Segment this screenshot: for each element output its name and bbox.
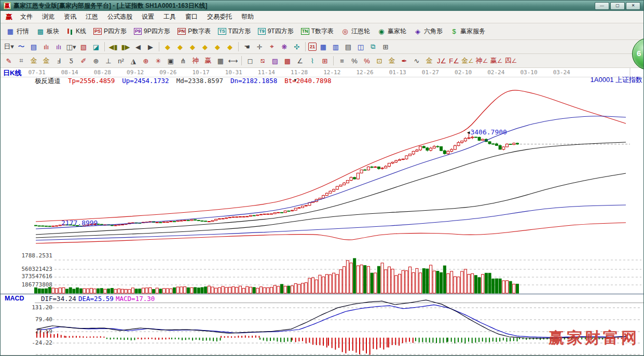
ying-tool[interactable]: 赢 <box>202 55 214 66</box>
f-angle-tool[interactable]: F∠ <box>448 55 460 66</box>
star-tool[interactable]: ✳ <box>153 55 164 66</box>
menu-item-窗口[interactable]: 窗口 <box>181 11 202 22</box>
crosshair-button[interactable]: ✛ <box>254 41 265 52</box>
percent-tool[interactable]: % <box>349 55 360 66</box>
diamond-full-button[interactable]: ◆ <box>224 41 236 52</box>
winner-wheel-button[interactable]: ◉赢家轮 <box>374 25 410 38</box>
print-button[interactable]: ⊞ <box>380 41 391 52</box>
menu-item-江恩[interactable]: 江恩 <box>81 11 103 22</box>
target-tool[interactable]: ⊕ <box>140 55 152 66</box>
measure-tool[interactable]: ⟷ <box>227 55 239 66</box>
j-angle-tool[interactable]: J∠ <box>436 55 447 66</box>
quote-button[interactable]: ▦行情 <box>3 25 33 38</box>
t-table-button[interactable]: TNT数字表 <box>297 25 337 38</box>
chart-type-button[interactable]: 日▾ <box>3 41 15 52</box>
quote-button-icon: ▦ <box>6 28 15 36</box>
diamond-left-button[interactable]: ◆ <box>162 41 173 52</box>
analyze-button[interactable]: ✣ <box>291 41 303 52</box>
shade-tool[interactable]: ▨ <box>269 55 281 66</box>
gann-wheel-button[interactable]: ◎江恩轮 <box>337 25 374 38</box>
brush-tool[interactable]: ✐ <box>78 55 89 66</box>
p9-square-button[interactable]: P99P四方形 <box>130 25 174 38</box>
square-n2-tool[interactable]: n² <box>115 55 127 66</box>
goto-first-button[interactable]: ◀▮ <box>107 41 119 52</box>
p-table-button[interactable]: PNP数字表 <box>174 25 215 38</box>
gold-grid-tool[interactable]: 金 <box>28 55 39 66</box>
grid-tool[interactable]: ⌗ <box>16 55 27 66</box>
pencil-tool[interactable]: ✎ <box>3 55 15 66</box>
service-button[interactable]: $赢家服务 <box>446 25 489 38</box>
shen-tool[interactable]: 神 <box>190 55 201 66</box>
gann-tools-button[interactable]: ❋ <box>279 41 290 52</box>
minimize-button[interactable]: — <box>595 2 609 10</box>
hexagon-button[interactable]: ◈六角形 <box>410 25 446 38</box>
volume-bars9-button[interactable]: ılı <box>53 41 64 52</box>
gold-line-tool[interactable]: 金 <box>423 55 435 66</box>
pen2-tool[interactable]: ✒ <box>399 55 410 66</box>
menu-item-资讯[interactable]: 资讯 <box>59 11 81 22</box>
drag-hand-button[interactable]: ☚ <box>241 41 253 52</box>
t-square-button[interactable]: TST四方形 <box>214 25 254 38</box>
candle-style-button[interactable]: ◫▾ <box>65 41 77 52</box>
shade2-tool[interactable]: ▩ <box>282 55 293 66</box>
gold-grid2-tool[interactable]: 金 <box>40 55 52 66</box>
percent2-tool[interactable]: % <box>361 55 373 66</box>
menu-item-帮助[interactable]: 帮助 <box>237 11 258 22</box>
diamond-right-button[interactable]: ◆ <box>174 41 186 52</box>
candlestick-layer <box>35 132 631 227</box>
menu-item-浏览[interactable]: 浏览 <box>37 11 59 22</box>
grid2-tool[interactable]: ▦ <box>215 55 226 66</box>
f-grid-tool[interactable]: Ⅎ <box>53 55 64 66</box>
calculator-button[interactable]: ▦ <box>318 41 329 52</box>
gold-circle-tool[interactable]: 金 <box>386 55 398 66</box>
chart-area[interactable]: 日K线 07-3108-1408-2809-1209-2610-1710-311… <box>1 68 644 356</box>
frame-tool[interactable]: ◻ <box>244 55 256 66</box>
ying-angle-tool[interactable]: 赢∠ <box>490 55 503 66</box>
note-button[interactable]: ▤ <box>342 41 354 52</box>
f10-report-button[interactable]: ▤ <box>28 41 39 52</box>
five-grid-tool[interactable]: Ƽ <box>65 55 77 66</box>
p-square-button[interactable]: PSP四方形 <box>90 25 130 38</box>
sector-button[interactable]: ▩板块 <box>33 25 63 38</box>
mark-button[interactable]: ⌖ <box>266 41 278 52</box>
save-button[interactable]: ◫ <box>355 41 366 52</box>
calendar-button[interactable]: 21 <box>308 43 317 51</box>
diamond-compress-button[interactable]: ◆ <box>199 41 211 52</box>
menu-item-工具[interactable]: 工具 <box>159 11 181 22</box>
box-tool[interactable]: ▣ <box>165 55 176 66</box>
step-back-button[interactable]: ◀ <box>132 41 144 52</box>
step-forward-button[interactable]: ▶ <box>145 41 156 52</box>
goto-last-button[interactable]: ▮▶ <box>120 41 131 52</box>
menu-item-公式选股[interactable]: 公式选股 <box>103 11 137 22</box>
kline-button[interactable]: K线 <box>63 25 90 38</box>
angle-tool[interactable]: ◮ <box>128 55 139 66</box>
menu-item-设置[interactable]: 设置 <box>137 11 159 22</box>
pattern-match-button[interactable]: ▧ <box>78 41 89 52</box>
data-table-button[interactable]: ▥ <box>330 41 341 52</box>
close-button[interactable]: ✕ <box>626 2 640 10</box>
diamond-expand-h-button[interactable]: ◆ <box>187 41 198 52</box>
diamond-expand-v-button[interactable]: ◆ <box>212 41 223 52</box>
wave-tool[interactable]: ⌇ <box>307 55 318 66</box>
menu-item-文件[interactable]: 文件 <box>16 11 37 22</box>
wave-chart-button[interactable]: 〜 <box>16 41 27 52</box>
ruler-tool[interactable]: ⊥ <box>103 55 114 66</box>
gold-section-tool[interactable]: ⊡ <box>374 55 385 66</box>
shen-angle-tool[interactable]: 神∠ <box>475 55 489 66</box>
menu-item-交易委托[interactable]: 交易委托 <box>202 11 237 22</box>
gold-angle-tool[interactable]: 金∠ <box>461 55 474 66</box>
angle2-tool[interactable]: ∠ <box>294 55 306 66</box>
export-button[interactable]: ⧉ <box>367 41 379 52</box>
circle-tool[interactable]: ⊕ <box>90 55 102 66</box>
percent-lines-tool[interactable]: ≡ <box>336 55 348 66</box>
macd-indicator-label[interactable]: MACD <box>5 295 24 302</box>
color-chart-button[interactable]: ◪ <box>90 41 102 52</box>
maximize-button[interactable]: ▢ <box>610 2 625 10</box>
curve2-tool[interactable]: ∿ <box>411 55 422 66</box>
volume-bars3-button[interactable]: ılı <box>40 41 52 52</box>
rays-tool[interactable]: ⧅ <box>257 55 268 66</box>
fork-tool[interactable]: ⋔ <box>177 55 189 66</box>
grid3-tool[interactable]: ⊞ <box>319 55 331 66</box>
t9-square-button[interactable]: T99T四方形 <box>254 25 297 38</box>
si-angle-tool[interactable]: 四∠ <box>504 55 517 66</box>
